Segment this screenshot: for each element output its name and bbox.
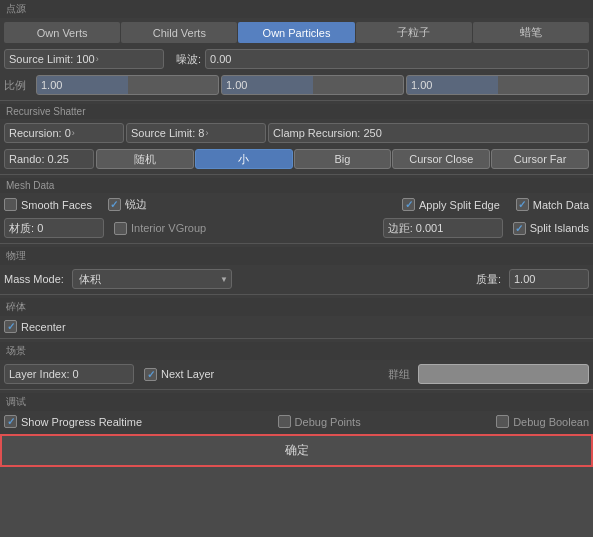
mass-mode-row: Mass Mode: 体积 质量: 1.00 — [0, 267, 593, 291]
tab-zi-lizi[interactable]: 子粒子 — [356, 22, 472, 43]
recursion-value: 0 — [65, 127, 71, 139]
split-islands-checkbox-row: Split Islands — [513, 222, 589, 235]
distance-field[interactable]: 边距: 0.001 — [383, 218, 503, 238]
match-data-checkbox[interactable] — [516, 198, 529, 211]
material-row: 材质: 0 Interior VGroup 边距: 0.001 Split Is… — [0, 216, 593, 240]
field-label: 场景 — [6, 345, 26, 356]
layer-index-row: Layer Index: 0 Next Layer 群组 — [0, 362, 593, 386]
tab-labizi[interactable]: 蜡笔 — [473, 22, 589, 43]
rando-row: Rando: 0.25 随机 小 Big Cursor Close Cursor… — [0, 147, 593, 171]
btn-random[interactable]: 随机 — [96, 149, 194, 169]
recursive-shatter-label: Recursive Shatter — [6, 106, 85, 117]
mass-value: 1.00 — [514, 273, 535, 285]
apply-split-edge-label: Apply Split Edge — [419, 199, 500, 211]
sharp-edge-checkbox[interactable] — [108, 198, 121, 211]
next-layer-checkbox-row: Next Layer — [144, 368, 214, 381]
mass-mode-label: Mass Mode: — [4, 273, 64, 285]
rando-field[interactable]: Rando: 0.25 — [4, 149, 94, 169]
ratio-field-3[interactable]: 1.00 — [406, 75, 589, 95]
group-color-field[interactable] — [418, 364, 589, 384]
interior-vgroup-checkbox-row: Interior VGroup — [114, 222, 206, 235]
extra-header: 碎体 — [0, 298, 593, 316]
layer-index-field[interactable]: Layer Index: 0 — [4, 364, 134, 384]
smooth-faces-checkbox[interactable] — [4, 198, 17, 211]
rando-label: Rando: 0.25 — [9, 153, 69, 165]
btn-small[interactable]: 小 — [195, 149, 293, 169]
physics-header: 物理 — [0, 247, 593, 265]
debug-boolean-checkbox[interactable] — [496, 415, 509, 428]
show-progress-label: Show Progress Realtime — [21, 416, 142, 428]
ratio-value-2: 1.00 — [226, 79, 247, 91]
source-tab-row: Own Verts Child Verts Own Particles 子粒子 … — [0, 20, 593, 45]
split-islands-checkbox[interactable] — [513, 222, 526, 235]
noise-label: 噪波: — [176, 52, 201, 67]
smooth-faces-row: Smooth Faces 锐边 Apply Split Edge Match D… — [0, 195, 593, 214]
split-islands-label: Split Islands — [530, 222, 589, 234]
interior-vgroup-label: Interior VGroup — [131, 222, 206, 234]
recursion-field[interactable]: Recursion: 0 › — [4, 123, 124, 143]
show-progress-checkbox[interactable] — [4, 415, 17, 428]
recursion-source-label: Source Limit: — [131, 127, 195, 139]
mass-mode-dropdown[interactable]: 体积 — [72, 269, 232, 289]
next-layer-checkbox[interactable] — [144, 368, 157, 381]
apply-split-edge-checkbox[interactable] — [402, 198, 415, 211]
mass-field[interactable]: 1.00 — [509, 269, 589, 289]
clamp-recursion-value: 250 — [363, 127, 381, 139]
recursion-source-field[interactable]: Source Limit: 8 › — [126, 123, 266, 143]
material-label: 材质: — [9, 221, 34, 236]
ratio-label: 比例 — [4, 78, 34, 93]
source-section-header: 点源 — [0, 0, 593, 18]
mass-mode-value: 体积 — [79, 272, 101, 287]
mass-label: 质量: — [476, 272, 501, 287]
clamp-recursion-label: Clamp Recursion: — [273, 127, 360, 139]
physics-label: 物理 — [6, 250, 26, 261]
clamp-recursion-field[interactable]: Clamp Recursion: 250 — [268, 123, 589, 143]
ratio-value-1: 1.00 — [41, 79, 62, 91]
btn-big[interactable]: Big — [294, 149, 392, 169]
debug-boolean-checkbox-row: Debug Boolean — [496, 415, 589, 428]
noise-field[interactable]: 0.00 — [205, 49, 589, 69]
source-limit-value: 100 — [76, 53, 94, 65]
match-data-label: Match Data — [533, 199, 589, 211]
source-limit-row: Source Limit: 100 › 噪波: 0.00 — [0, 47, 593, 71]
material-field[interactable]: 材质: 0 — [4, 218, 104, 238]
smooth-faces-checkbox-row: Smooth Faces — [4, 198, 92, 211]
recenter-label: Recenter — [21, 321, 66, 333]
ratio-value-3: 1.00 — [411, 79, 432, 91]
interior-vgroup-checkbox[interactable] — [114, 222, 127, 235]
mesh-data-label: Mesh Data — [6, 180, 54, 191]
recursion-row: Recursion: 0 › Source Limit: 8 › Clamp R… — [0, 121, 593, 145]
recursion-source-value: 8 — [198, 127, 204, 139]
debug-boolean-label: Debug Boolean — [513, 416, 589, 428]
source-limit-label: Source Limit: — [9, 53, 73, 65]
next-layer-label: Next Layer — [161, 368, 214, 380]
debug-points-label: Debug Points — [295, 416, 361, 428]
extra-label: 碎体 — [6, 301, 26, 312]
tab-own-verts[interactable]: Own Verts — [4, 22, 120, 43]
recursion-label: Recursion: — [9, 127, 62, 139]
rando-btn-group: 随机 小 Big Cursor Close Cursor Far — [96, 149, 589, 169]
recenter-row: Recenter — [0, 318, 593, 335]
debug-points-checkbox-row: Debug Points — [278, 415, 361, 428]
debug-label: 调试 — [6, 396, 26, 407]
ratio-field-1[interactable]: 1.00 — [36, 75, 219, 95]
source-limit-field[interactable]: Source Limit: 100 › — [4, 49, 164, 69]
btn-cursor-far[interactable]: Cursor Far — [491, 149, 589, 169]
show-progress-checkbox-row: Show Progress Realtime — [4, 415, 142, 428]
debug-row: Show Progress Realtime Debug Points Debu… — [0, 413, 593, 430]
distance-value: 0.001 — [416, 222, 444, 234]
sharp-edge-label: 锐边 — [125, 197, 147, 212]
layer-index-label: Layer Index: — [9, 368, 70, 380]
debug-points-checkbox[interactable] — [278, 415, 291, 428]
ratio-field-2[interactable]: 1.00 — [221, 75, 404, 95]
btn-cursor-close[interactable]: Cursor Close — [392, 149, 490, 169]
sharp-edge-checkbox-row: 锐边 — [108, 197, 147, 212]
apply-split-edge-checkbox-row: Apply Split Edge — [402, 198, 500, 211]
recursive-shatter-header: Recursive Shatter — [0, 104, 593, 119]
ratio-row: 比例 1.00 1.00 1.00 — [0, 73, 593, 97]
tab-child-verts[interactable]: Child Verts — [121, 22, 237, 43]
tab-own-particles[interactable]: Own Particles — [238, 22, 354, 43]
recenter-checkbox-row: Recenter — [4, 320, 66, 333]
confirm-button[interactable]: 确定 — [0, 434, 593, 467]
recenter-checkbox[interactable] — [4, 320, 17, 333]
